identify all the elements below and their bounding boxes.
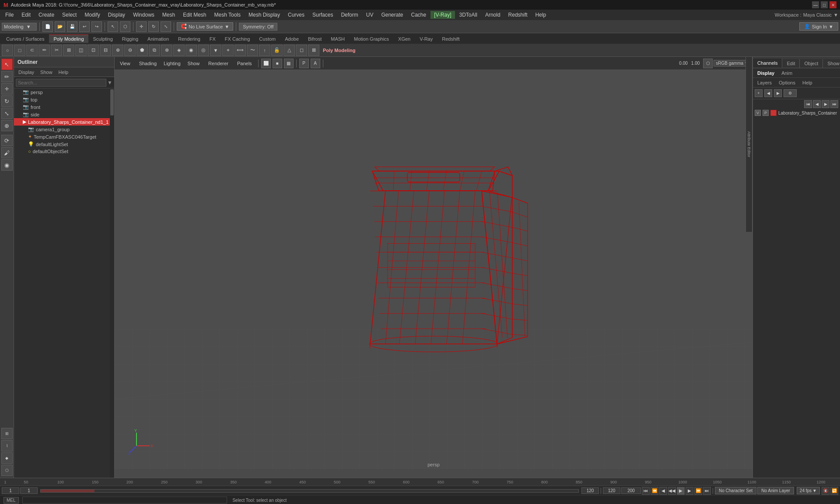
outliner-item-front[interactable]: 📷 front [14, 103, 114, 111]
vp-menu-shading[interactable]: Shading [136, 60, 160, 67]
viewport-canvas[interactable]: X Y Z persp [115, 70, 752, 469]
menu-windows[interactable]: Windows [130, 11, 158, 19]
menu-uv[interactable]: UV [363, 11, 377, 19]
tab-bifrost[interactable]: Bifrost [304, 35, 326, 43]
paint-select-tool[interactable]: ✏ [1, 71, 13, 82]
prev-key-btn[interactable]: ⏪ [651, 487, 658, 495]
menu-deform[interactable]: Deform [337, 11, 361, 19]
menu-help[interactable]: Help [532, 11, 550, 19]
shelf-reduce[interactable]: ▼ [210, 45, 221, 56]
tab-redshift[interactable]: Redshift [438, 35, 464, 43]
command-input[interactable] [22, 497, 228, 504]
no-character-set-btn[interactable]: No Character Set [715, 487, 756, 494]
move-tool-btn[interactable]: ✛ [136, 21, 147, 32]
tab-poly-modeling[interactable]: Poly Modeling [49, 35, 88, 43]
layer-visibility-toggle[interactable]: V [755, 110, 761, 116]
fps-selector[interactable]: 24 fps ▼ [797, 487, 820, 494]
snap-curve[interactable]: ⌇ [1, 440, 13, 452]
menu-select[interactable]: Select [59, 11, 80, 19]
vp-persp-btn[interactable]: P [299, 59, 309, 68]
shelf-lasso[interactable]: ⊂ [26, 45, 38, 56]
menu-redshift[interactable]: Redshift [505, 11, 531, 19]
layer-next-btn[interactable]: ▶ [774, 89, 782, 97]
new-scene-btn[interactable]: 📄 [42, 21, 53, 32]
menu-generate[interactable]: Generate [378, 11, 406, 19]
tab-edit[interactable]: Edit [782, 59, 800, 68]
snap-point[interactable]: ◆ [1, 452, 13, 464]
menu-3dtoall[interactable]: 3DToAll [456, 11, 481, 19]
tab-sculpting[interactable]: Sculpting [89, 35, 117, 43]
mode-dropdown[interactable]: Modeling ▼ [2, 23, 37, 31]
save-btn[interactable]: 💾 [67, 21, 77, 32]
layer-color-swatch[interactable] [770, 110, 777, 116]
layer-item[interactable]: V P Laboratory_Sharps_Container [753, 109, 840, 117]
playback-end-input[interactable] [603, 487, 620, 494]
next-key-btn[interactable]: ⏩ [694, 487, 702, 495]
vp-textured-btn[interactable]: ▦ [284, 59, 294, 68]
shelf-extrude[interactable]: ⊡ [88, 45, 99, 56]
tab-rendering[interactable]: Rendering [174, 35, 205, 43]
rotate-tool-btn[interactable]: ↻ [148, 21, 159, 32]
tab-adobe[interactable]: Adobe [280, 35, 303, 43]
vp-menu-panels[interactable]: Panels [234, 60, 256, 67]
outliner-item-top[interactable]: 📷 top [14, 96, 114, 103]
menu-mesh-display[interactable]: Mesh Display [245, 11, 284, 19]
vp-shaded-btn[interactable]: ■ [273, 59, 282, 68]
open-btn[interactable]: 📂 [55, 21, 65, 32]
outliner-item-objectset[interactable]: ○ defaultObjectSet [14, 148, 114, 155]
layer-options-btn[interactable]: ⚙ [784, 89, 797, 97]
shelf-remesh[interactable]: ◎ [198, 45, 209, 56]
redo-btn[interactable]: ↪ [91, 21, 102, 32]
prev-frame-btn[interactable]: ◀ [659, 487, 667, 495]
mel-python-toggle[interactable]: MEL [4, 497, 19, 504]
options-menu[interactable]: Options [776, 79, 798, 86]
menu-edit[interactable]: Edit [18, 11, 34, 19]
outliner-item-lightset[interactable]: 💡 defaultLightSet [14, 140, 114, 148]
loop-btn[interactable]: 🔁 [830, 487, 838, 495]
max-frame-input[interactable] [621, 487, 641, 494]
outliner-item-side[interactable]: 📷 side [14, 111, 114, 118]
soft-mod[interactable]: ⟳ [1, 135, 13, 146]
tab-fx[interactable]: FX [205, 35, 220, 43]
layer-create-btn[interactable]: + [755, 89, 763, 97]
shelf-smooth[interactable]: ◉ [186, 45, 197, 56]
tab-object[interactable]: Object [800, 59, 823, 68]
shelf-paint-sel[interactable]: ✏ [38, 45, 50, 56]
menu-create[interactable]: Create [35, 11, 58, 19]
workspace-selector[interactable]: Workspace : Maya Classic ▼ [775, 12, 838, 18]
shelf-mirror[interactable]: ⟺ [234, 45, 246, 56]
layers-menu[interactable]: Layers [755, 79, 774, 86]
rotate-tool[interactable]: ↻ [1, 95, 13, 107]
tab-channels[interactable]: Channels [753, 59, 782, 68]
outliner-item-tempcam[interactable]: ✦ TempCamFBXASC046Target [14, 133, 114, 140]
sign-in-btn[interactable]: 👤 Sign In ▼ [799, 22, 838, 31]
shelf-duplicate[interactable]: ⧉ [149, 45, 160, 56]
vp-menu-lighting[interactable]: Lighting [162, 60, 182, 67]
tab-xgen[interactable]: XGen [394, 35, 415, 43]
outliner-menu-help[interactable]: Help [56, 69, 71, 76]
sculpt-tool[interactable]: 🖌 [1, 147, 13, 158]
menu-display[interactable]: Display [105, 11, 129, 19]
undo-btn[interactable]: ↩ [79, 21, 90, 32]
menu-vray[interactable]: [V-Ray] [430, 11, 455, 19]
shelf-conform[interactable]: ⊠ [308, 45, 319, 56]
next-frame-btn[interactable]: ▶ [686, 487, 693, 495]
tab-fx-caching[interactable]: FX Caching [220, 35, 254, 43]
maximize-btn[interactable]: □ [821, 1, 828, 8]
select-tool-btn[interactable]: ↖ [108, 21, 118, 32]
menu-mesh-tools[interactable]: Mesh Tools [211, 11, 244, 19]
attribute-editor-side-tab[interactable]: Attribute Editor [746, 57, 752, 232]
outliner-menu-show[interactable]: Show [38, 69, 55, 76]
shelf-bevel[interactable]: ◫ [75, 45, 87, 56]
menu-mesh[interactable]: Mesh [159, 11, 178, 19]
menu-cache[interactable]: Cache [407, 11, 430, 19]
universal-manip[interactable]: ⊕ [1, 120, 13, 131]
layer-begin-btn[interactable]: ⏮ [804, 100, 812, 108]
outliner-item-camera-group[interactable]: 📷 camera1_group [14, 126, 114, 133]
minimize-btn[interactable]: — [812, 1, 819, 8]
timeline-ruler[interactable]: 1 50 100 150 200 250 300 350 400 450 500… [0, 478, 840, 486]
tab-anim[interactable]: Anim [779, 70, 795, 77]
vp-iso-btn[interactable]: ⬡ [703, 59, 713, 68]
layer-pickable-toggle[interactable]: P [763, 110, 769, 116]
search-dropdown-icon[interactable]: ▼ [107, 80, 112, 86]
